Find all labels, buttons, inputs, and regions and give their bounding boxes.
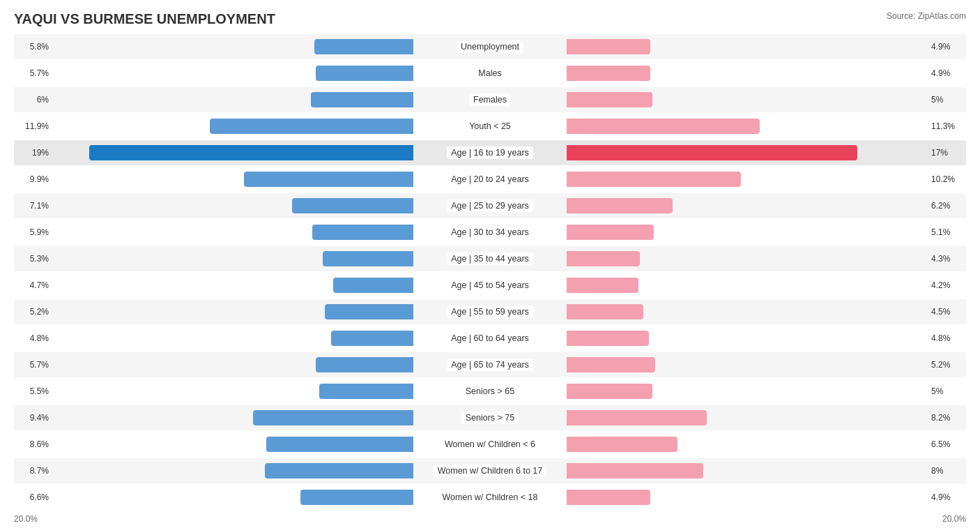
bar-label: Seniors > 65: [461, 385, 519, 398]
right-value: 10.2%: [931, 174, 966, 184]
left-value: 11.9%: [14, 121, 49, 131]
right-value: 4.9%: [931, 68, 966, 78]
bar-row-inner: 5.7% Males 4.9%: [14, 61, 966, 86]
left-bar: [244, 172, 413, 187]
right-value: 11.3%: [931, 121, 966, 131]
bar-row: 5.3% Age | 35 to 44 years 4.3%: [14, 246, 966, 271]
bar-label: Women w/ Children < 18: [438, 491, 542, 504]
axis-right-label: 20.0%: [942, 514, 966, 524]
bar-row: 5.7% Males 4.9%: [14, 61, 966, 86]
bar-row: 8.7% Women w/ Children 6 to 17 8%: [14, 458, 966, 483]
left-value: 4.7%: [14, 280, 49, 290]
right-value: 8%: [931, 466, 966, 476]
center-label-wrapper: Males: [413, 61, 567, 86]
left-value: 9.9%: [14, 174, 49, 184]
center-label-wrapper: Women w/ Children 6 to 17: [413, 458, 567, 483]
right-bar: [567, 463, 703, 478]
bar-row-inner: 5.9% Age | 30 to 34 years 5.1%: [14, 220, 966, 245]
right-value: 6.5%: [931, 439, 966, 449]
right-bar: [567, 304, 643, 319]
right-bar: [567, 92, 652, 107]
center-label-wrapper: Women w/ Children < 6: [413, 432, 567, 457]
bar-label: Age | 45 to 54 years: [447, 279, 533, 292]
left-bar: [300, 490, 413, 505]
left-bar: [210, 119, 413, 134]
center-label-wrapper: Age | 30 to 34 years: [413, 220, 567, 245]
chart-area: 5.8% Unemployment 4.9% 5.7%: [14, 34, 966, 510]
center-label-wrapper: Youth < 25: [413, 114, 567, 139]
bar-row: 6% Females 5%: [14, 87, 966, 112]
bar-row: 9.9% Age | 20 to 24 years 10.2%: [14, 167, 966, 192]
bar-row: 9.4% Seniors > 75 8.2%: [14, 405, 966, 430]
right-bar: [567, 331, 649, 346]
chart-header: YAQUI VS BURMESE UNEMPLOYMENT Source: Zi…: [14, 11, 966, 27]
bar-row: 11.9% Youth < 25 11.3%: [14, 114, 966, 139]
right-bar: [567, 119, 760, 134]
right-bar: [567, 66, 650, 81]
left-value: 8.6%: [14, 439, 49, 449]
bar-row: 8.6% Women w/ Children < 6 6.5%: [14, 432, 966, 457]
right-value: 5%: [931, 386, 966, 396]
center-label-wrapper: Women w/ Children < 18: [413, 485, 567, 510]
bar-row: 5.7% Age | 65 to 74 years 5.2%: [14, 352, 966, 377]
center-label-wrapper: Age | 60 to 64 years: [413, 326, 567, 351]
bar-label: Age | 60 to 64 years: [447, 332, 533, 345]
bar-row-inner: 5.7% Age | 65 to 74 years 5.2%: [14, 352, 966, 377]
bar-row-inner: 7.1% Age | 25 to 29 years 6.2%: [14, 193, 966, 218]
right-value: 4.5%: [931, 307, 966, 317]
left-value: 5.9%: [14, 227, 49, 237]
right-bar: [567, 357, 655, 372]
right-value: 4.9%: [931, 492, 966, 502]
right-bar: [567, 384, 652, 399]
center-label-wrapper: Age | 35 to 44 years: [413, 246, 567, 271]
bar-label: Youth < 25: [465, 120, 515, 133]
bar-row: 5.2% Age | 55 to 59 years 4.5%: [14, 299, 966, 324]
bar-label: Age | 65 to 74 years: [447, 359, 533, 371]
right-bar: [567, 172, 741, 187]
bar-row-inner: 5.2% Age | 55 to 59 years 4.5%: [14, 299, 966, 324]
left-bar: [314, 39, 413, 54]
right-bar: [567, 437, 677, 452]
right-value: 5.2%: [931, 360, 966, 370]
left-bar: [265, 463, 413, 478]
left-bar: [331, 331, 413, 346]
bar-row-inner: 5.8% Unemployment 4.9%: [14, 34, 966, 59]
right-value: 5.1%: [931, 227, 966, 237]
left-bar: [316, 357, 413, 372]
bottom-axis: 20.0% 20.0%: [14, 514, 966, 524]
left-bar: [319, 384, 413, 399]
left-value: 4.8%: [14, 333, 49, 343]
center-label-wrapper: Age | 45 to 54 years: [413, 273, 567, 298]
left-bar: [292, 198, 413, 213]
left-bar: [266, 437, 413, 452]
right-bar: [567, 490, 650, 505]
left-value: 8.7%: [14, 466, 49, 476]
right-bar: [567, 410, 707, 425]
left-value: 6.6%: [14, 492, 49, 502]
right-bar: [567, 198, 673, 213]
center-label-wrapper: Age | 65 to 74 years: [413, 352, 567, 377]
right-bar: [567, 225, 654, 240]
center-label-wrapper: Age | 55 to 59 years: [413, 299, 567, 324]
bar-label: Age | 25 to 29 years: [447, 199, 533, 212]
right-bar: [567, 39, 650, 54]
left-bar: [253, 410, 413, 425]
bar-row-inner: 5.5% Seniors > 65 5%: [14, 379, 966, 404]
left-value: 5.7%: [14, 360, 49, 370]
right-value: 4.3%: [931, 254, 966, 264]
left-value: 5.3%: [14, 254, 49, 264]
right-bar: [567, 278, 638, 293]
bar-row: 4.8% Age | 60 to 64 years 4.8%: [14, 326, 966, 351]
center-label-wrapper: Age | 25 to 29 years: [413, 193, 567, 218]
left-bar: [316, 66, 413, 81]
bar-row: 5.5% Seniors > 65 5%: [14, 379, 966, 404]
bar-row-inner: 4.8% Age | 60 to 64 years 4.8%: [14, 326, 966, 351]
left-bar: [312, 225, 413, 240]
chart-title: YAQUI VS BURMESE UNEMPLOYMENT: [14, 11, 275, 27]
bar-row-inner: 9.4% Seniors > 75 8.2%: [14, 405, 966, 430]
bar-row-inner: 6% Females 5%: [14, 87, 966, 112]
bar-label: Unemployment: [457, 40, 523, 53]
center-label-wrapper: Females: [413, 87, 567, 112]
axis-left-label: 20.0%: [14, 514, 38, 524]
bar-row-inner: 4.7% Age | 45 to 54 years 4.2%: [14, 273, 966, 298]
